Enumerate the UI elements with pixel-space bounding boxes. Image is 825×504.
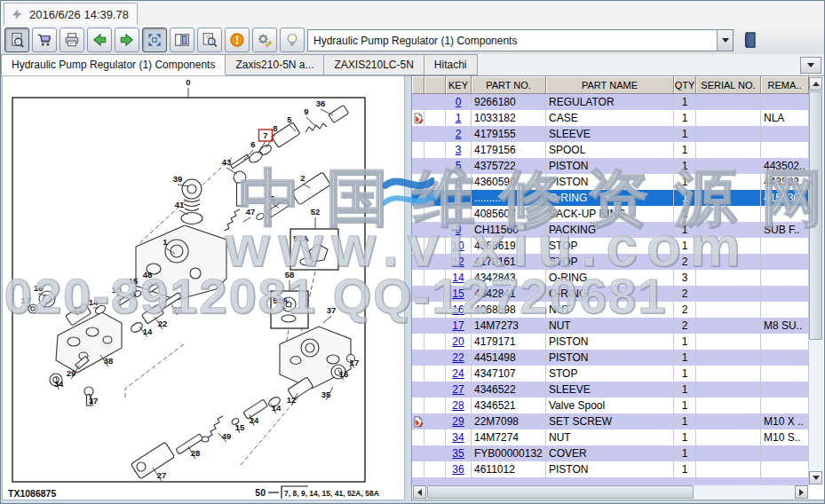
part-callout-52[interactable]: 52	[311, 207, 321, 217]
book-button[interactable]	[739, 27, 762, 52]
part-callout-49[interactable]: 49	[222, 431, 232, 441]
toolbar-button-alert[interactable]	[225, 28, 250, 52]
key-link[interactable]: 8	[456, 208, 462, 220]
part-callout-16[interactable]: 16	[339, 369, 349, 379]
part-callout-5[interactable]: 5	[287, 114, 292, 124]
table-row-key-3[interactable]: 34179156SPOOL1	[412, 142, 809, 158]
key-link[interactable]: 24	[452, 367, 464, 380]
key-link[interactable]: 12	[452, 256, 464, 268]
horizontal-scrollbar[interactable]	[413, 485, 808, 499]
key-link[interactable]: 7	[456, 192, 462, 204]
part-callout-8[interactable]: 8	[273, 123, 277, 133]
table-row-key-16[interactable]: 164068898NUT2	[412, 302, 809, 318]
key-link[interactable]: 34	[452, 431, 464, 444]
part-callout-17[interactable]: 17	[21, 295, 31, 305]
table-row-key-22[interactable]: 224451498PISTON1	[412, 350, 809, 366]
toolbar-button-zoom-search[interactable]	[197, 28, 222, 52]
table-row-key-7[interactable]: 7.........O-RING1415030..	[412, 190, 809, 206]
column-header-blank[interactable]	[412, 76, 424, 94]
table-row-key-8[interactable]: 84085607BACK-UP RING1	[412, 206, 809, 222]
table-row-key-14[interactable]: 144342843O-RING3	[412, 270, 809, 286]
part-callout-10[interactable]: 10	[112, 285, 122, 295]
part-callout-28[interactable]: 28	[191, 448, 201, 458]
combobox-dropdown-button[interactable]	[717, 30, 733, 51]
part-callout-43[interactable]: 43	[222, 157, 232, 167]
tab-zaxis210lc-5n[interactable]: ZAXIS210LC-5N	[324, 54, 424, 75]
key-link[interactable]: 3	[456, 144, 462, 156]
tab-hydraulic-pump-regulator-1-components[interactable]: Hydraulic Pump Regulator (1) Components	[1, 54, 226, 75]
scroll-up-button[interactable]	[809, 77, 822, 91]
key-link[interactable]: 22	[452, 351, 464, 364]
column-header-blank[interactable]	[424, 76, 446, 94]
table-row-key-5[interactable]: 54375722PISTON1443502..	[412, 158, 809, 174]
part-callout-27[interactable]: 27	[157, 470, 167, 480]
table-row-key-29[interactable]: 2922M7098SET SCREW1M10 X ..	[412, 413, 809, 429]
key-link[interactable]: 5	[456, 160, 462, 172]
table-row-key-2[interactable]: 24179155SLEEVE1	[412, 126, 809, 142]
table-row-partial[interactable]	[412, 477, 809, 485]
column-header-rema[interactable]: REMA..	[761, 76, 809, 94]
key-link[interactable]: 27	[452, 383, 464, 396]
key-link[interactable]: 28	[452, 399, 464, 412]
part-callout-47[interactable]: 47	[246, 207, 256, 217]
part-callout-12[interactable]: 12	[74, 304, 83, 314]
table-row-key-20[interactable]: 204179171PISTON1	[412, 334, 809, 350]
part-callout-15[interactable]: 15	[235, 422, 245, 432]
part-callout-29[interactable]: 29	[67, 368, 76, 378]
toolbar-button-back[interactable]	[87, 28, 112, 52]
part-callout-38[interactable]: 38	[104, 356, 114, 366]
key-link[interactable]: 6	[456, 176, 462, 188]
table-row-key-12[interactable]: 124179161STOP2	[412, 254, 809, 270]
tab-overflow-button[interactable]	[800, 57, 821, 74]
part-callout-24[interactable]: 24	[250, 415, 259, 425]
part-callout-22[interactable]: 22	[158, 319, 168, 328]
toolbar-button-split-view[interactable]	[170, 28, 194, 52]
scroll-down-button[interactable]	[809, 471, 822, 484]
toolbar-button-forward[interactable]	[115, 28, 139, 52]
part-callout-7[interactable]: 7	[263, 130, 267, 140]
column-header-key[interactable]: KEY	[446, 76, 472, 94]
table-row-key-35[interactable]: 35FYB00000132COVER1	[412, 445, 809, 461]
key-link[interactable]: 17	[452, 319, 464, 332]
part-callout-41[interactable]: 41	[175, 200, 185, 209]
vertical-scrollbar[interactable]	[809, 77, 823, 484]
scroll-right-button[interactable]	[795, 485, 808, 499]
part-callout-35[interactable]: 35	[321, 390, 331, 399]
part-callout-52A[interactable]: 52A	[293, 233, 309, 243]
part-callout-14[interactable]: 14	[89, 297, 99, 307]
horizontal-scroll-thumb[interactable]	[427, 485, 694, 499]
part-callout-1[interactable]: 1	[163, 237, 168, 247]
key-link[interactable]: 20	[452, 335, 464, 348]
toolbar-button-hint[interactable]	[280, 28, 305, 52]
part-callout-12[interactable]: 12	[287, 395, 297, 405]
scroll-left-button[interactable]	[413, 485, 426, 499]
column-header-part-no[interactable]: PART NO.	[472, 76, 546, 94]
key-link[interactable]: 1	[456, 112, 462, 124]
part-callout-34[interactable]: 34	[54, 379, 64, 389]
key-link[interactable]: 9	[456, 224, 462, 236]
session-tab[interactable]: 2016/6/26 14:39.78	[4, 3, 138, 25]
note-icon[interactable]	[413, 112, 424, 125]
key-link[interactable]: 15	[452, 287, 464, 300]
key-link[interactable]: 35	[452, 447, 464, 460]
part-callout-36[interactable]: 36	[316, 98, 326, 108]
part-callout-48[interactable]: 48	[143, 270, 153, 280]
part-callout-6[interactable]: 6	[250, 139, 255, 149]
toolbar-button-cart[interactable]	[32, 28, 57, 52]
part-callout-20[interactable]: 20	[173, 304, 183, 314]
toolbar-button-fit-view[interactable]	[142, 28, 167, 52]
part-callout-14[interactable]: 14	[272, 403, 282, 413]
table-row-key-24[interactable]: 244347107STOP1	[412, 366, 809, 382]
table-row-key-6[interactable]: 64360590PISTON1443502..	[412, 174, 809, 190]
component-combobox[interactable]: Hydraulic Pump Regulator (1) Components	[307, 29, 734, 51]
toolbar-button-print[interactable]	[59, 28, 84, 52]
toolbar-button-settings[interactable]	[252, 28, 277, 52]
key-link[interactable]: 2	[456, 128, 462, 140]
key-link[interactable]: 10	[452, 240, 464, 252]
table-row-key-1[interactable]: 11033182CASE1NLA	[412, 110, 809, 126]
part-callout-37[interactable]: 37	[327, 305, 337, 315]
tab-zaxis210-5n-a[interactable]: Zaxis210-5N a...	[226, 54, 324, 75]
table-row-key-27[interactable]: 274346522SLEEVE1	[412, 382, 809, 398]
column-header-part-name[interactable]: PART NAME	[546, 76, 674, 94]
key-link[interactable]: 14	[452, 272, 464, 284]
